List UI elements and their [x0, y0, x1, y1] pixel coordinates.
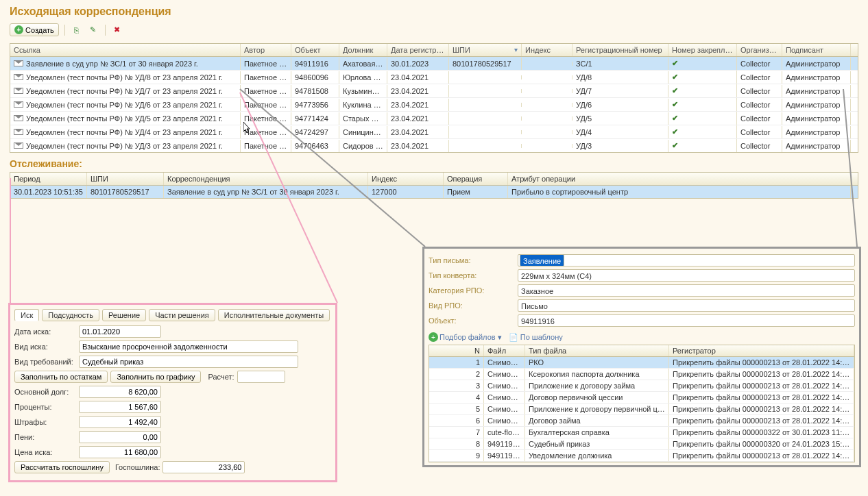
type-letter-field[interactable]: Заявление в суд упр — [518, 254, 855, 266]
files-grid: N Файл Тип файла Регистратор 1Снимок ...… — [429, 345, 855, 462]
table-row[interactable]: Уведомлен (тест почты РФ) № УД/7 от 23 а… — [10, 84, 858, 98]
col-n[interactable]: N — [429, 345, 484, 356]
price-input[interactable] — [79, 446, 161, 458]
col-link[interactable]: Ссылка — [10, 44, 241, 56]
table-row[interactable]: 2Снимок ...Ксерокопия паспорта должникаП… — [429, 369, 854, 380]
calc-duty-button[interactable]: Рассчитать госпошлину — [14, 461, 110, 473]
col-object[interactable]: Объект — [291, 44, 339, 56]
tracking-header: Период ШПИ Корреспонденция Индекс Операц… — [10, 173, 858, 186]
page-title: Исходящая корреспонденция — [0, 0, 868, 21]
lbl-date: Дата иска: — [14, 327, 76, 336]
lbl-req: Вид требований: — [14, 358, 76, 366]
table-row[interactable]: Уведомлен (тест почты РФ) № УД/5 от 23 а… — [10, 112, 858, 125]
table-row[interactable]: 4Снимок ...Договор первичной цессииПрикр… — [429, 392, 854, 404]
col-attr[interactable]: Атрибут операции — [508, 173, 851, 185]
tab-4[interactable]: Исполнительные документы — [218, 309, 330, 321]
table-row[interactable]: Уведомлен (тест почты РФ) № УД/8 от 23 а… — [10, 71, 858, 84]
type-letter-value: Заявление в суд упр — [520, 254, 564, 266]
detail-left-panel: ИскПодсудностьРешениеЧасти решенияИсполн… — [8, 303, 337, 482]
col-regnum[interactable]: Регистрационный номер — [572, 44, 668, 56]
date-input[interactable] — [79, 325, 161, 338]
col-corr[interactable]: Корреспонденция — [164, 173, 368, 185]
col-org[interactable]: Организац... — [737, 44, 782, 56]
penalty-input[interactable] — [79, 431, 161, 443]
lbl-type-letter: Тип письма: — [429, 256, 518, 264]
create-button[interactable]: +Создать — [10, 23, 59, 36]
tab-2[interactable]: Решение — [102, 309, 146, 321]
col-period[interactable]: Период — [10, 173, 87, 185]
col-author[interactable]: Автор — [241, 44, 291, 56]
main-grid: Ссылка Автор Объект Должник Дата регистр… — [10, 43, 858, 153]
col-shpi[interactable]: ШПИ▾ — [449, 44, 522, 56]
table-row[interactable]: Уведомлен (тест почты РФ) № УД/4 от 23 а… — [10, 125, 858, 139]
grid-body[interactable]: Заявление в суд упр № ЗС/1 от 30 января … — [10, 57, 858, 152]
lbl-penalty: Пени: — [14, 433, 76, 441]
calc-input[interactable] — [237, 371, 285, 383]
toolbar: +Создать ⎘ ✎ ✖ — [0, 21, 868, 43]
lbl-kind: Вид иска: — [14, 343, 76, 351]
table-row[interactable]: Уведомлен (тест почты РФ) № УД/3 от 23 а… — [10, 139, 858, 152]
fines-input[interactable] — [79, 416, 161, 428]
lbl-price: Цена иска: — [14, 448, 76, 456]
edit-icon[interactable]: ✎ — [87, 24, 99, 36]
cat-rpo-field[interactable]: Заказное — [518, 284, 855, 297]
col-file[interactable]: Файл — [484, 345, 525, 356]
col-debtor[interactable]: Должник — [339, 44, 387, 56]
filter-icon[interactable]: ▾ — [514, 46, 518, 53]
table-row[interactable]: 99491191...Уведомление должникаПрикрепит… — [429, 450, 854, 462]
table-row[interactable]: 3Снимок ...Приложение к договору займаПр… — [429, 380, 854, 392]
table-row[interactable]: Заявление в суд упр № ЗС/1 от 30 января … — [10, 57, 858, 71]
col-type[interactable]: Тип файла — [525, 345, 669, 356]
col-index2[interactable]: Индекс — [368, 173, 444, 185]
table-row[interactable]: 5Снимок ...Приложение к договору первичн… — [429, 404, 854, 415]
files-body[interactable]: 1Снимок ...РКОПрикрепить файлы 000000213… — [429, 357, 854, 462]
delete-icon[interactable]: ✖ — [111, 24, 123, 36]
pick-label: Подбор файлов — [439, 333, 496, 341]
col-numfix[interactable]: Номер закреплен — [668, 44, 737, 56]
fill-rem-button[interactable]: Заполнить по остаткам — [14, 371, 108, 383]
tracking-body[interactable]: 30.01.2023 10:51:3580101780529517Заявлен… — [10, 186, 858, 198]
plus-icon: + — [14, 25, 23, 34]
table-row[interactable]: 30.01.2023 10:51:3580101780529517Заявлен… — [10, 186, 858, 198]
copy-icon[interactable]: ⎘ — [71, 24, 83, 36]
col-signer[interactable]: Подписант — [782, 44, 851, 56]
separator — [105, 25, 106, 36]
lbl-calc: Расчет: — [208, 373, 234, 381]
pick-files-button[interactable]: +Подбор файлов ▾ — [429, 332, 502, 342]
table-row[interactable]: Уведомлен (тест почты РФ) № УД/6 от 23 а… — [10, 98, 858, 112]
grid-header: Ссылка Автор Объект Должник Дата регистр… — [10, 44, 858, 57]
fill-sched-button[interactable]: Заполнить по графику — [110, 371, 201, 383]
lbl-object: Объект: — [429, 317, 518, 325]
files-subtoolbar: +Подбор файлов ▾ 📄 По шаблону — [429, 330, 855, 345]
kind-input[interactable] — [79, 340, 298, 353]
table-row[interactable]: 6Снимок ...Договор займаПрикрепить файлы… — [429, 415, 854, 427]
table-row[interactable]: 7cute-flow...Бухгалтерская справкаПрикре… — [429, 427, 854, 438]
by-template-button[interactable]: 📄 По шаблону — [509, 333, 563, 342]
tracking-grid: Период ШПИ Корреспонденция Индекс Операц… — [10, 172, 858, 199]
col-index[interactable]: Индекс — [522, 44, 572, 56]
lbl-duty: Госпошлина: — [115, 463, 160, 471]
detail-right-panel: Тип письма:Заявление в суд упр Тип конве… — [422, 247, 861, 467]
duty-input[interactable] — [162, 461, 245, 473]
table-row[interactable]: 1Снимок ...РКОПрикрепить файлы 000000213… — [429, 357, 854, 369]
req-input[interactable] — [79, 356, 298, 368]
files-header: N Файл Тип файла Регистратор — [429, 345, 854, 357]
main-debt-input[interactable] — [79, 386, 161, 398]
col-date[interactable]: Дата регистрац... — [387, 44, 449, 56]
lbl-kind-rpo: Вид РПО: — [429, 301, 518, 310]
type-env-field[interactable]: 229мм х 324мм (С4) — [518, 269, 855, 282]
col-shpi2[interactable]: ШПИ — [87, 173, 164, 185]
tracking-title: Отслеживание: — [0, 153, 868, 172]
kind-rpo-field[interactable]: Письмо — [518, 299, 855, 312]
lbl-percent: Проценты: — [14, 403, 76, 411]
percent-input[interactable] — [79, 401, 161, 413]
tab-1[interactable]: Подсудность — [42, 309, 99, 321]
separator — [64, 25, 65, 36]
col-op[interactable]: Операция — [444, 173, 508, 185]
tab-0[interactable]: Иск — [14, 309, 39, 321]
tab-3[interactable]: Части решения — [149, 309, 215, 321]
lbl-fines: Штрафы: — [14, 418, 76, 426]
col-reg[interactable]: Регистратор — [669, 345, 854, 356]
table-row[interactable]: 89491191...Судебный приказПрикрепить фай… — [429, 438, 854, 450]
object-field[interactable]: 94911916 — [518, 314, 855, 327]
